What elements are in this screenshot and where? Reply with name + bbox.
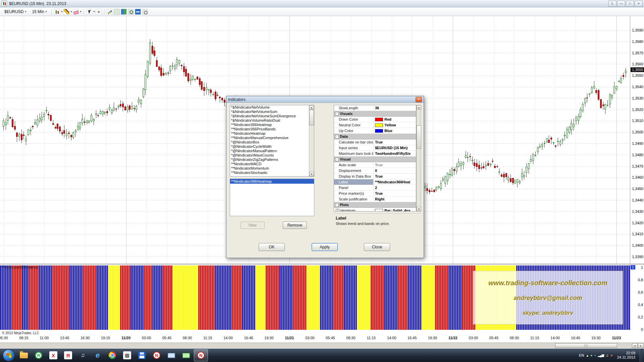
taskbar-app-volume-mixer[interactable]: ♫ [76,349,90,361]
scroll-down-arrow[interactable]: ▼ [417,207,421,211]
property-row-panel[interactable]: Panel2 [334,185,416,191]
property-row-down-color[interactable]: Down ColorRed [334,117,416,122]
property-row-input-series[interactable]: Input series$EURUSD (15 Min) [334,145,416,151]
property-row-up-color[interactable]: Up ColorBlue [334,128,416,134]
property-row-scale-justification[interactable]: Scale justificationRight [334,196,416,202]
taskbar-app-ninjatrader[interactable]: N [150,349,164,361]
property-row-display-in-data-box[interactable]: Display in Data BoxTrue [334,174,416,179]
dialog-close-button[interactable]: × [416,97,422,102]
instrument-dropdown[interactable]: $EURUSD ▾ [2,8,29,15]
property-row-maximum-bars-look-b-[interactable]: Maximum bars look b.TwoHundredFiftySix [334,151,416,157]
indicator-list-item[interactable]: **NindicatorStochastic [230,171,309,175]
status-green-icon[interactable]: ● [590,353,593,357]
indicator-list-item[interactable]: **NindicatorManualComprehensive [230,136,309,140]
property-section-visuals[interactable]: -Visuals [334,111,416,117]
chart-style-icon[interactable] [54,9,60,15]
cursor-icon[interactable] [86,9,92,15]
taskbar-app-media-player[interactable]: W [32,349,46,361]
close-button[interactable]: × [635,1,643,7]
maximize-button[interactable]: □ [626,1,634,7]
scrollbar-thumb[interactable] [555,343,617,348]
status-blue-icon[interactable]: ▪ [595,353,596,357]
pencil-icon[interactable] [63,9,69,15]
expand-icon[interactable]: + [336,209,339,212]
eraser-icon[interactable] [73,9,79,15]
scroll-left-arrow[interactable]: ◂ [632,343,638,348]
taskbar-app-ninjatrader-active[interactable]: N [194,349,208,361]
indicator-list-item[interactable]: **Nindicator366PriceBands [230,127,309,131]
scrollbar-thumb[interactable] [309,110,314,125]
dialog-titlebar[interactable]: Indicators × [226,96,424,103]
property-section-data[interactable]: -Data [334,134,416,139]
ok-button[interactable]: OK [259,243,285,251]
taskbar-app-chart-editor[interactable]: ▨ [120,349,134,361]
property-row-label[interactable]: Label**Nindicator366Heat [334,179,416,185]
taskbar-app-floppy-save[interactable] [135,349,149,361]
show-hidden-icons-icon[interactable]: ▴ [587,353,589,358]
scroll-right-arrow[interactable]: ▸ [638,343,644,348]
start-button[interactable] [3,349,15,361]
grid-icon[interactable] [114,9,120,15]
indicator-list-item[interactable]: *&NindicatorNetVolumeSum [230,110,309,114]
taskbar-app-yandex-browser[interactable]: Я [61,349,75,361]
log-button[interactable]: L [608,1,616,7]
property-row-heatmap[interactable]: +HeatmapBar; Solid; 4px [334,208,416,212]
property-row-slowlength[interactable]: SlowLength36 [334,105,416,111]
horizontal-scrollbar[interactable]: ◂ ▸ [0,343,644,348]
price-axis[interactable]: 1,35901,35801,35701,35601,35501,35401,35… [630,16,644,263]
property-section-plots[interactable]: -Plots [334,202,416,208]
chart-trader-icon[interactable] [121,9,127,15]
snapshot-icon[interactable] [128,9,134,15]
indicator-list-item[interactable]: *@NindicatorBox [230,140,309,144]
minimize-button[interactable]: — [617,1,625,7]
indicator-list-item[interactable]: *&NindicatorNetVolumeSumDivergence [230,114,309,118]
indicator-list-item[interactable]: **Nindicator366Heatmap [230,123,309,127]
indicator-list-item[interactable]: *&NindicatorVolumeRatioDual [230,118,309,123]
taskbar-app-internet-explorer[interactable]: e [91,349,105,361]
close-dialog-button[interactable]: Close [364,243,390,251]
volume-icon[interactable]: ♫ [606,353,608,357]
list-scrollbar[interactable]: ▲ ▼ [309,105,314,176]
new-button[interactable]: New [240,222,265,229]
selected-indicators-list[interactable]: **Nindicator366Heatmap [230,179,314,216]
scroll-up-arrow[interactable]: ▲ [309,105,314,110]
taskbar-app-monitor-green[interactable] [179,349,193,361]
remove-button[interactable]: Remove [283,222,307,229]
selected-indicator-item[interactable]: **Nindicator366Heatmap [230,179,314,184]
scrollbar-thumb[interactable] [417,125,421,149]
property-grid-scrollbar[interactable]: ▲ ▼ [416,105,421,212]
taskbar-app-red-x-app[interactable]: X [46,349,60,361]
collapse-icon[interactable]: - [335,135,339,138]
crosshair-icon[interactable] [96,9,102,15]
property-row-calculate-on-bar-close[interactable]: Calculate on bar closeTrue [334,139,416,145]
scroll-up-arrow[interactable]: ▲ [417,105,421,110]
indicator-list-item[interactable]: **NindicatorMomentum [230,166,309,171]
collapse-icon[interactable]: - [335,158,339,161]
indicator-list-item[interactable]: *@NindicatorZigZagPatterns [230,158,309,162]
indicator-list-item[interactable]: *@NindicatorCycleWidth [230,144,309,149]
network-icon[interactable]: ▂▄▆ [598,354,604,357]
scroll-down-arrow[interactable]: ▼ [309,172,314,176]
property-row-auto-scale[interactable]: Auto scaleTrue [334,162,416,168]
collapse-icon[interactable]: - [335,203,339,207]
taskbar-app-explorer-folder[interactable] [17,349,31,361]
indicator-list-item[interactable]: *@NindicatorManualPattern [230,149,309,153]
show-desktop-button[interactable] [640,349,643,362]
indicators-icon[interactable] [107,9,113,15]
apply-button[interactable]: Apply [312,243,338,251]
indicator-list-item[interactable]: **NindicatorHeatmap [230,131,309,136]
taskbar-clock[interactable]: 22:09 24.11.2013 [617,351,635,360]
available-indicators-list[interactable]: *&NindicatorNetVolume*&NindicatorNetVolu… [230,105,314,177]
taskbar-app-chrome-browser[interactable] [105,349,119,361]
indicator-list-item[interactable]: *&NindicatorNetVolume [230,105,309,110]
taskbar-app-remote-desktop[interactable] [164,349,178,361]
output-icon[interactable] [135,9,141,15]
property-row-displacement[interactable]: Displacement0 [334,168,416,174]
indicator-list-item[interactable]: **NindicatorMACD [230,162,309,166]
property-section-visual[interactable]: -Visual [334,157,416,162]
interval-dropdown[interactable]: 15 Min ▾ [30,8,49,15]
status-red-icon[interactable]: ● [610,353,613,357]
language-indicator[interactable]: EN [579,353,584,357]
property-row-neutral-color[interactable]: Neutral ColorYellow [334,122,416,128]
indicator-list-item[interactable]: *@NindicatorWaveCounts [230,153,309,158]
